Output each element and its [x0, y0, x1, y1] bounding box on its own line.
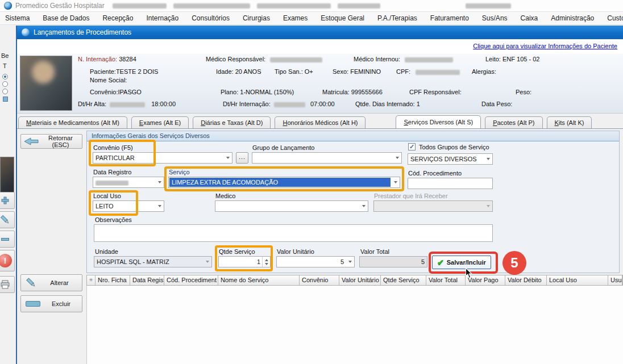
grupo-lancamento-combobox[interactable]	[252, 152, 402, 164]
valor-total-label: Valor Total	[360, 248, 389, 255]
servico-value: LIMPEZA EXTRA DE ACOMODAÇÃO	[169, 178, 391, 187]
arrow-left-icon	[23, 137, 39, 146]
radio-button[interactable]	[2, 74, 8, 80]
chevron-down-icon[interactable]	[360, 201, 368, 211]
observacoes-label: Observações	[95, 216, 132, 223]
grid-column-header[interactable]: Valor Unitário	[339, 275, 381, 285]
chevron-down-icon[interactable]	[346, 257, 354, 267]
print-button[interactable]	[0, 276, 15, 293]
chevron-down-icon[interactable]	[392, 177, 400, 187]
window-titlebar[interactable]: Lançamentos de Procedimentos	[17, 26, 623, 39]
tab[interactable]: Diárias e Taxas (Alt D)	[193, 116, 271, 128]
stepper-arrows[interactable]	[262, 257, 270, 267]
chevron-down-icon[interactable]	[156, 201, 164, 211]
menu-item[interactable]: Sistema	[5, 14, 30, 22]
grid-column-header[interactable]: Local Uso	[547, 275, 608, 285]
menu-item[interactable]: Administração	[551, 14, 594, 22]
patient-photo	[20, 56, 72, 111]
convenio-label: Convênio (F5)	[93, 144, 133, 151]
menu-item[interactable]: Custo	[607, 14, 623, 22]
field-label: Sexo:	[333, 68, 348, 75]
menu-item[interactable]: Base de Dados	[43, 14, 89, 22]
field-idade: Idade: 20 ANOS	[216, 68, 261, 75]
qtde-servico-label: Qtde Serviço	[219, 248, 255, 255]
data-registro-combobox[interactable]	[93, 177, 164, 188]
add-button[interactable]	[0, 192, 15, 209]
grid-column-header[interactable]: Cód. Procediment	[164, 275, 218, 285]
servico-combobox[interactable]: LIMPEZA EXTRA DE ACOMODAÇÃO	[168, 177, 400, 188]
menu-item[interactable]: Exames	[283, 14, 308, 22]
medico-combobox[interactable]	[215, 200, 368, 212]
tab[interactable]: Kits (Alt K)	[547, 116, 592, 128]
tab-strip: Materiais e Medicamentos (Alt M) Exames …	[18, 115, 623, 128]
todos-grupos-checkbox[interactable]: ✓	[408, 143, 416, 150]
tab[interactable]: Exames (Alt E)	[131, 116, 189, 128]
remove-button[interactable]	[0, 231, 15, 248]
edit-button[interactable]	[0, 211, 15, 228]
radio-button[interactable]	[2, 81, 8, 87]
field-tipo-san: Tipo San.: O+	[275, 68, 313, 75]
menu-item[interactable]: Consultórios	[192, 14, 230, 22]
prestador-label: Prestador que Irá Receber	[374, 193, 448, 199]
grid-column-header[interactable]: Nome do Serviço	[218, 275, 300, 285]
patient-info-link[interactable]: Clique aqui para visualizar Informações …	[473, 43, 617, 49]
results-grid-body[interactable]	[86, 286, 623, 364]
menu-item[interactable]: Internação	[146, 14, 178, 22]
chevron-down-icon[interactable]	[203, 257, 211, 267]
observacoes-input[interactable]	[94, 224, 493, 242]
qtde-servico-stepper[interactable]: 1	[218, 256, 271, 267]
local-uso-combobox[interactable]: LEITO	[93, 200, 164, 212]
menu-item[interactable]: Recepção	[102, 14, 133, 22]
salvar-incluir-button[interactable]: ✔ Salvar/Incluir	[432, 256, 491, 269]
field-paciente: Paciente:TESTE 2 DOIS	[90, 68, 158, 75]
background-text: Be	[1, 52, 9, 59]
field-matricula: Matricula: 999555666	[322, 89, 383, 95]
retornar-button[interactable]: Retornar (ESC)	[20, 134, 82, 149]
window-logo-icon	[22, 28, 30, 36]
chevron-down-icon[interactable]	[484, 154, 492, 164]
chevron-down-icon	[265, 263, 268, 265]
grid-column-header[interactable]: Valor Débito	[505, 275, 547, 285]
field-label: Médico Internou:	[354, 56, 400, 62]
tab[interactable]: Honorários Médicos (Alt H)	[275, 116, 366, 128]
chevron-down-icon[interactable]	[156, 177, 164, 187]
convenio-combobox[interactable]: PARTICULAR	[93, 152, 232, 164]
grupo-servico-combobox[interactable]: SERVIÇOS DIVERSOS	[408, 153, 493, 165]
grid-column-header[interactable]: Valor Total	[426, 275, 466, 285]
chevron-down-icon[interactable]	[224, 153, 232, 163]
tab[interactable]: Serviços Diversos (Alt S)	[396, 115, 481, 128]
field-alergias: Alergias:	[472, 68, 496, 75]
valor-unitario-combobox[interactable]: 5	[276, 256, 355, 267]
grid-column-header[interactable]: Data Regist	[130, 275, 164, 285]
grid-column-header[interactable]: Usuár	[608, 275, 622, 285]
tab-label: Diárias e Taxas (Alt D)	[201, 119, 263, 126]
grid-column-header[interactable]: Qtde Serviço	[381, 275, 426, 285]
menu-item[interactable]: Estoque Geral	[321, 14, 364, 22]
chevron-down-icon[interactable]	[393, 153, 401, 163]
field-value: 999555666	[351, 89, 383, 95]
field-sexo: Sexo: FEMININO	[333, 68, 381, 75]
excluir-button[interactable]: Excluir	[20, 295, 82, 312]
grid-column-header[interactable]: Convênio	[300, 275, 339, 285]
menu-item[interactable]: Caixa	[521, 14, 538, 22]
menu-item[interactable]: Faturamento	[430, 14, 469, 22]
data-registro-label: Data Registro	[93, 169, 131, 175]
tab[interactable]: Pacotes (Alt P)	[485, 116, 542, 128]
excluir-label: Excluir	[40, 300, 82, 307]
menu-item[interactable]: P.A./Terapias	[377, 14, 417, 22]
medico-label: Medico	[215, 193, 235, 199]
tab[interactable]: Materiais e Medicamentos (Alt M)	[18, 116, 127, 128]
unidade-combobox[interactable]: HOSPITAL SQL - MATRIZ	[94, 256, 212, 267]
alterar-button[interactable]: Alterar	[20, 274, 82, 291]
minus-icon	[1, 238, 9, 241]
grid-column-header[interactable]: Nro. Ficha	[95, 275, 130, 285]
menu-item[interactable]: Sus/Ans	[482, 14, 508, 22]
menu-item[interactable]: Cirurgias	[243, 14, 270, 22]
convenio-browse-button[interactable]: ...	[236, 152, 248, 164]
grid-corner-icon[interactable]: ✳	[86, 275, 95, 285]
field-label: Matricula:	[322, 89, 350, 95]
field-medico-internou: Médico Internou:	[354, 56, 453, 62]
alert-button[interactable]: !	[0, 250, 15, 271]
cod-procedimento-input[interactable]	[408, 178, 493, 189]
radio-button[interactable]	[2, 89, 8, 94]
